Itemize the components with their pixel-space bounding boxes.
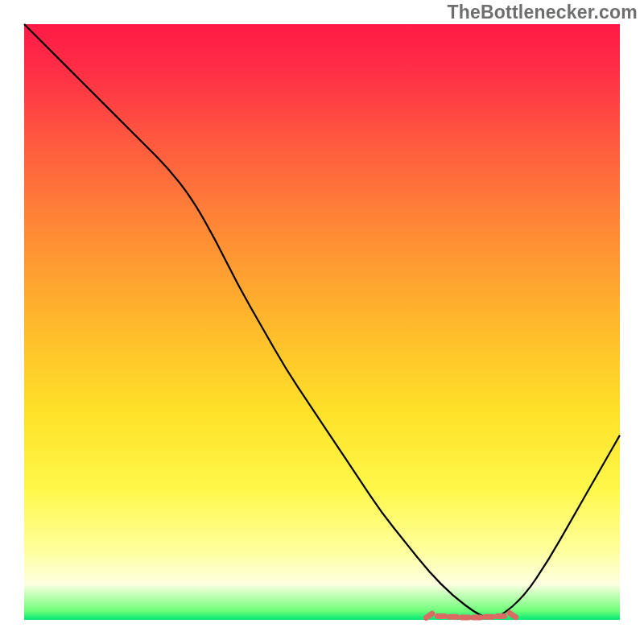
optimal-marker — [470, 615, 483, 621]
optimal-marker — [447, 614, 460, 620]
chart-svg — [0, 0, 644, 644]
optimal-marker — [494, 613, 507, 619]
optimal-marker — [459, 615, 472, 621]
optimal-marker — [435, 613, 448, 619]
watermark-text: TheBottlenecker.com — [448, 2, 638, 23]
chart-stage: TheBottlenecker.com — [0, 0, 644, 644]
optimal-marker — [482, 614, 495, 620]
